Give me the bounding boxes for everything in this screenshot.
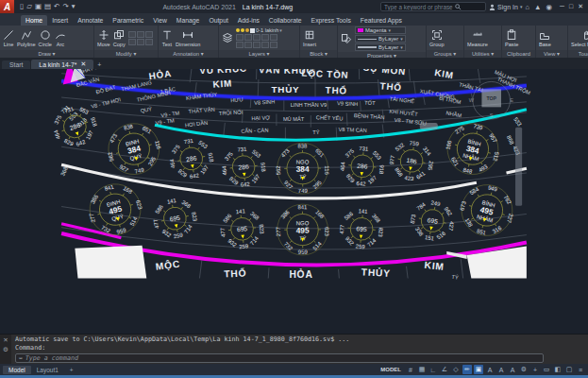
layer-tool-icon[interactable] bbox=[236, 42, 244, 48]
model-tab[interactable]: Model bbox=[3, 366, 31, 374]
move-button[interactable]: Move bbox=[97, 29, 110, 47]
new-layout-tab[interactable]: + bbox=[64, 366, 79, 374]
annotation-visibility-icon[interactable]: A bbox=[485, 365, 495, 374]
layout1-tab[interactable]: Layout1 bbox=[31, 366, 64, 374]
command-customize-icon[interactable]: ⚙ bbox=[3, 346, 8, 353]
annotation-scale-icon[interactable]: A bbox=[508, 365, 517, 374]
erase-icon[interactable] bbox=[145, 31, 153, 38]
circle-button[interactable]: Circle bbox=[39, 29, 52, 47]
units-icon[interactable]: ▭ bbox=[542, 365, 551, 374]
redo-icon[interactable]: ↷ bbox=[62, 3, 68, 10]
layer-lock-icon[interactable] bbox=[245, 28, 249, 32]
panel-groups-label[interactable]: Groups ▾ bbox=[427, 50, 463, 58]
layer-dropdown-caret-icon[interactable]: ▾ bbox=[279, 27, 282, 33]
copy-button[interactable]: Copy bbox=[113, 29, 126, 47]
tab-annotate[interactable]: Annotate bbox=[73, 15, 108, 26]
mirror-icon[interactable] bbox=[128, 39, 136, 45]
panel-annotation-label[interactable]: Annotation ▾ bbox=[159, 50, 218, 58]
command-input[interactable]: ⌨ Type a command bbox=[15, 353, 544, 363]
cart-icon[interactable]: ⌂ bbox=[525, 3, 529, 11]
workspace-gear-icon[interactable]: ⚙ bbox=[519, 365, 529, 374]
insert-block-button[interactable]: Insert bbox=[303, 29, 316, 47]
navigation-bar-pill[interactable] bbox=[420, 123, 438, 129]
share-icon[interactable]: ▲ bbox=[534, 3, 541, 11]
layer-tool-icon[interactable] bbox=[236, 34, 244, 41]
clean-screen-icon[interactable]: ▢ bbox=[564, 365, 574, 374]
rotate-icon[interactable] bbox=[128, 31, 136, 38]
viewcube-top-label[interactable]: TOP bbox=[486, 95, 496, 101]
tab-view[interactable]: View bbox=[148, 15, 172, 26]
line-button[interactable]: Line bbox=[3, 29, 14, 47]
layer-tool-icon[interactable] bbox=[261, 34, 269, 41]
maximize-button[interactable]: □ bbox=[569, 3, 573, 10]
file-tab-document[interactable]: La kinh 14-7*✕ bbox=[31, 60, 93, 69]
layer-thaw-icon[interactable] bbox=[241, 28, 244, 32]
panel-block-label[interactable]: Block ▾ bbox=[300, 50, 337, 58]
panel-layers-label[interactable]: Layers ▾ bbox=[219, 50, 299, 58]
undo-icon[interactable]: ↶ bbox=[54, 3, 59, 10]
plot-icon[interactable]: ▤ bbox=[44, 3, 51, 10]
layer-tool-icon[interactable] bbox=[270, 34, 277, 41]
tab-output[interactable]: Output bbox=[204, 15, 232, 26]
vertical-scrollbar[interactable] bbox=[515, 128, 522, 206]
new-drawing-tab-icon[interactable]: + bbox=[94, 60, 104, 69]
panel-utilities-label[interactable]: Utilities ▾ bbox=[464, 50, 501, 58]
array-icon[interactable] bbox=[145, 39, 153, 45]
save-icon[interactable]: ▣ bbox=[35, 3, 42, 10]
panel-properties-label[interactable]: Properties ▾ bbox=[338, 52, 426, 58]
tab-add-ins[interactable]: Add-ins bbox=[233, 15, 264, 26]
minimize-button[interactable]: ─ bbox=[560, 3, 564, 10]
polyline-button[interactable]: Polyline bbox=[17, 29, 36, 47]
file-tab-close-icon[interactable]: ✕ bbox=[80, 60, 86, 68]
close-button[interactable]: ✕ bbox=[578, 3, 583, 10]
tab-home[interactable]: Home bbox=[21, 15, 47, 26]
command-close-icon[interactable]: ✕ bbox=[3, 336, 8, 344]
layer-tool-icon[interactable] bbox=[244, 42, 252, 48]
match-properties-button[interactable] bbox=[341, 33, 352, 44]
autoscale-icon[interactable]: A bbox=[496, 365, 506, 374]
file-tab-start[interactable]: Start bbox=[2, 60, 30, 69]
new-file-icon[interactable]: ▯ bbox=[20, 3, 24, 10]
layer-tool-icon[interactable] bbox=[253, 42, 260, 48]
group-button[interactable]: Group bbox=[429, 29, 445, 47]
panel-touch-label[interactable]: Touch bbox=[568, 50, 588, 58]
lineweight-dropdown[interactable]: ByLayer▾ bbox=[355, 43, 406, 51]
autocad-logo-icon[interactable]: A bbox=[0, 0, 14, 13]
open-file-icon[interactable]: ▱ bbox=[26, 3, 32, 10]
model-space-label[interactable]: MODEL bbox=[380, 367, 401, 372]
panel-modify-label[interactable]: Modify ▾ bbox=[94, 50, 158, 58]
grid-icon[interactable]: # bbox=[406, 365, 415, 374]
object-snap-icon[interactable]: ▣ bbox=[474, 365, 483, 374]
panel-view-label[interactable]: View ▾ bbox=[536, 50, 567, 58]
measure-button[interactable]: Measure bbox=[467, 29, 488, 47]
ortho-icon[interactable]: ∟ bbox=[428, 365, 438, 374]
layer-tool-icon[interactable] bbox=[270, 42, 277, 48]
drawing-canvas[interactable]: HỎAVŨ KHÚCVĂN KHÚCLỘC TỒNCỰ MÔNKIMKIMTHỦ… bbox=[0, 69, 588, 334]
paste-button[interactable]: Paste bbox=[505, 29, 518, 47]
fillet-icon[interactable] bbox=[137, 39, 144, 45]
help-search-input[interactable]: Type a keyword or phrase bbox=[380, 2, 486, 11]
linetype-dropdown[interactable]: ByLayer▾ bbox=[355, 35, 406, 43]
qat-customize-icon[interactable]: ▾ bbox=[72, 3, 76, 10]
snap-icon[interactable]: ▦ bbox=[417, 365, 427, 374]
help-icon[interactable]: ◉ bbox=[546, 3, 552, 11]
arc-button[interactable]: Arc bbox=[55, 29, 66, 47]
graphics-performance-icon[interactable]: ◧ bbox=[553, 365, 563, 374]
tab-insert[interactable]: Insert bbox=[47, 15, 73, 26]
tab-featured-apps[interactable]: Featured Apps bbox=[356, 15, 407, 26]
polar-tracking-icon[interactable]: ∠ bbox=[440, 365, 449, 374]
text-button[interactable]: Text bbox=[161, 29, 173, 47]
layer-on-icon[interactable] bbox=[236, 28, 240, 32]
panel-clipboard-label[interactable]: Clipboard bbox=[502, 50, 535, 58]
layer-color-swatch[interactable] bbox=[250, 28, 255, 33]
annotation-monitor-icon[interactable]: + bbox=[530, 365, 540, 374]
trim-icon[interactable] bbox=[137, 31, 144, 38]
sign-in-button[interactable]: Sign In ▾ bbox=[489, 4, 522, 10]
tab-express-tools[interactable]: Express Tools bbox=[307, 15, 356, 26]
isodraft-icon[interactable]: ◇ bbox=[451, 365, 461, 374]
customize-icon[interactable]: ≡ bbox=[576, 365, 585, 374]
tab-parametric[interactable]: Parametric bbox=[108, 15, 148, 26]
layer-tool-icon[interactable] bbox=[244, 34, 252, 41]
sign-in-caret-icon[interactable]: ▾ bbox=[520, 4, 523, 9]
layer-tool-icon[interactable] bbox=[253, 34, 260, 41]
